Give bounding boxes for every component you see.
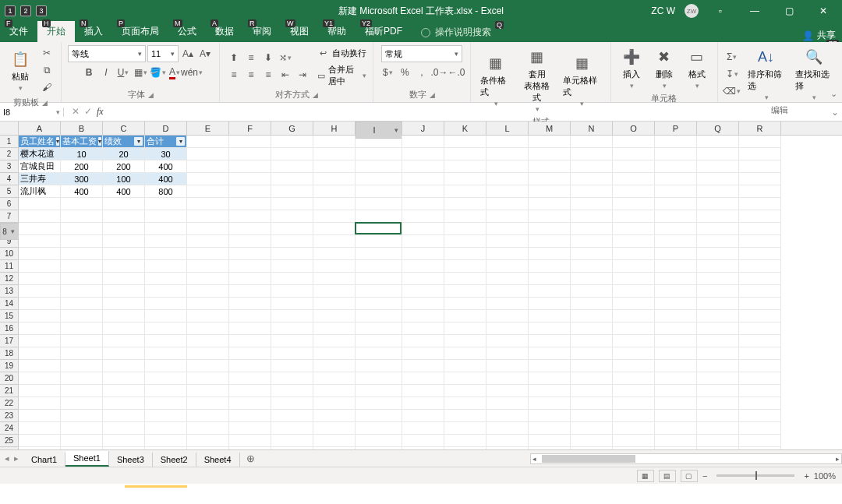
- cell-E2[interactable]: [187, 148, 229, 160]
- cell-P20[interactable]: [655, 372, 697, 385]
- cell-D24[interactable]: [145, 422, 187, 435]
- cell-J23[interactable]: [402, 410, 444, 422]
- cell-D16[interactable]: [145, 322, 187, 335]
- cell-J10[interactable]: [402, 248, 444, 260]
- cell-C16[interactable]: [103, 322, 145, 335]
- cell-E23[interactable]: [187, 410, 229, 422]
- cell-C11[interactable]: [103, 260, 145, 273]
- cell-G12[interactable]: [271, 273, 313, 285]
- cell-N21[interactable]: [571, 385, 613, 397]
- increase-indent-button[interactable]: ⇥: [295, 67, 310, 83]
- cell-M19[interactable]: [529, 360, 571, 372]
- fill-color-button[interactable]: 🪣▾: [150, 65, 165, 80]
- cell-L13[interactable]: [486, 285, 529, 298]
- cell-P19[interactable]: [655, 360, 697, 372]
- zoom-out-button[interactable]: −: [702, 471, 707, 481]
- cell-N6[interactable]: [571, 198, 613, 210]
- dialog-launcher-icon[interactable]: ◢: [313, 91, 318, 99]
- cell-N10[interactable]: [571, 248, 613, 260]
- cell-B16[interactable]: [61, 322, 103, 335]
- cell-G22[interactable]: [271, 397, 313, 410]
- cell-I15[interactable]: [356, 310, 402, 322]
- cell-A18[interactable]: [19, 347, 61, 360]
- cell-I17[interactable]: [356, 335, 402, 347]
- cell-B12[interactable]: [61, 273, 103, 285]
- cell-K16[interactable]: [444, 322, 486, 335]
- row-header[interactable]: 14: [0, 298, 19, 310]
- qat-key-3[interactable]: 3: [36, 5, 47, 16]
- tab-data[interactable]: 数据A: [206, 21, 243, 42]
- cell-P10[interactable]: [655, 248, 697, 260]
- cell-C25[interactable]: [103, 435, 145, 447]
- cell-N19[interactable]: [571, 360, 613, 372]
- cell-D19[interactable]: [145, 360, 187, 372]
- cell-G20[interactable]: [271, 372, 313, 385]
- cell-F24[interactable]: [229, 422, 271, 435]
- cell-L12[interactable]: [486, 273, 529, 285]
- cell-D10[interactable]: [145, 248, 187, 260]
- cell-B13[interactable]: [61, 285, 103, 298]
- cell-M24[interactable]: [529, 422, 571, 435]
- cell-B18[interactable]: [61, 347, 103, 360]
- cell-N13[interactable]: [571, 285, 613, 298]
- cell-D15[interactable]: [145, 310, 187, 322]
- cell-P17[interactable]: [655, 335, 697, 347]
- cell-M12[interactable]: [529, 273, 571, 285]
- find-select-button[interactable]: 🔍查找和选择▾: [792, 45, 836, 103]
- cell-G24[interactable]: [271, 422, 313, 435]
- cell-M13[interactable]: [529, 285, 571, 298]
- cell-A16[interactable]: [19, 322, 61, 335]
- cell-C7[interactable]: [103, 210, 145, 223]
- cell-B1[interactable]: 基本工资▾: [61, 136, 103, 148]
- cell-K18[interactable]: [444, 347, 486, 360]
- cell-Q12[interactable]: [697, 273, 739, 285]
- cell-C8[interactable]: [103, 223, 145, 235]
- cell-A19[interactable]: [19, 360, 61, 372]
- align-top-button[interactable]: ⬆: [226, 50, 242, 65]
- row-header[interactable]: 6: [0, 198, 19, 210]
- merge-center-button[interactable]: ▭合并后居中▾: [315, 64, 366, 87]
- cell-R17[interactable]: [739, 335, 781, 347]
- cell-R14[interactable]: [739, 298, 781, 310]
- cell-P2[interactable]: [655, 148, 697, 160]
- cell-Q18[interactable]: [697, 347, 739, 360]
- cell-E11[interactable]: [187, 260, 229, 273]
- column-header-B[interactable]: B: [61, 122, 103, 135]
- cell-E18[interactable]: [187, 347, 229, 360]
- cell-F3[interactable]: [229, 160, 271, 173]
- cell-I8[interactable]: [356, 223, 402, 235]
- cell-B22[interactable]: [61, 397, 103, 410]
- cell-H21[interactable]: [313, 385, 356, 397]
- cell-M1[interactable]: [529, 136, 571, 148]
- cell-C2[interactable]: 20: [103, 148, 145, 160]
- cell-L16[interactable]: [486, 322, 529, 335]
- cell-M2[interactable]: [529, 148, 571, 160]
- cell-I25[interactable]: [356, 435, 402, 447]
- cell-J6[interactable]: [402, 198, 444, 210]
- cell-E21[interactable]: [187, 385, 229, 397]
- tab-foxit-pdf[interactable]: 福昕PDFY2: [356, 21, 412, 42]
- cell-A17[interactable]: [19, 335, 61, 347]
- cell-L10[interactable]: [486, 248, 529, 260]
- cell-H2[interactable]: [313, 148, 356, 160]
- align-middle-button[interactable]: ≡: [243, 50, 259, 65]
- cell-L24[interactable]: [486, 422, 529, 435]
- cell-J20[interactable]: [402, 372, 444, 385]
- cell-N11[interactable]: [571, 260, 613, 273]
- cell-I22[interactable]: [356, 397, 402, 410]
- tab-home[interactable]: 开始H: [37, 21, 75, 42]
- cell-P9[interactable]: [655, 235, 697, 248]
- cell-Q14[interactable]: [697, 298, 739, 310]
- clear-button[interactable]: ⌫▾: [724, 83, 740, 99]
- cell-R12[interactable]: [739, 273, 781, 285]
- cell-P7[interactable]: [655, 210, 697, 223]
- cell-E14[interactable]: [187, 298, 229, 310]
- font-color-button[interactable]: A▾: [167, 65, 182, 80]
- cell-O11[interactable]: [613, 260, 655, 273]
- row-header[interactable]: 22: [0, 397, 19, 410]
- cell-R13[interactable]: [739, 285, 781, 298]
- name-box[interactable]: I8▾: [0, 107, 64, 117]
- decrease-decimal-button[interactable]: ←.0: [448, 65, 464, 80]
- cell-A9[interactable]: [19, 235, 61, 248]
- cell-K5[interactable]: [444, 185, 486, 198]
